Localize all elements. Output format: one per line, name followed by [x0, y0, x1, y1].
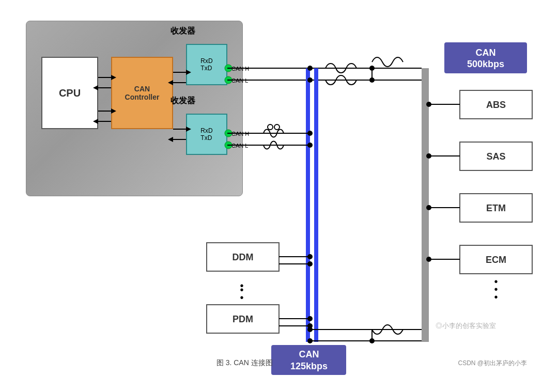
svg-marker-1	[111, 75, 116, 80]
svg-rect-32	[422, 68, 429, 342]
svg-point-37	[307, 131, 313, 136]
svg-point-51	[307, 338, 313, 343]
svg-marker-3	[93, 85, 98, 90]
svg-text:DDM: DDM	[233, 252, 254, 262]
svg-marker-5	[111, 108, 116, 114]
svg-point-33	[307, 66, 313, 71]
svg-marker-7	[93, 119, 98, 124]
caption-right: CSDN @初出茅庐的小李	[458, 359, 527, 368]
svg-point-85	[426, 257, 431, 262]
svg-point-83	[426, 205, 431, 210]
svg-marker-15	[168, 137, 173, 142]
svg-point-34	[307, 77, 313, 83]
caption-title: 图 3. CAN 连接图	[31, 358, 458, 368]
svg-point-62	[307, 261, 313, 266]
caption: 图 3. CAN 连接图 CSDN @初出茅庐的小李	[10, 358, 548, 368]
svg-marker-9	[186, 70, 191, 75]
main-container: CPU CANController 收发器 RxDTxD 收发器 RxDTxD	[0, 0, 558, 392]
svg-text:•: •	[494, 291, 498, 303]
svg-point-79	[426, 102, 431, 107]
svg-point-66	[307, 323, 313, 328]
svg-text:ETM: ETM	[486, 203, 506, 213]
svg-point-28	[268, 124, 273, 130]
svg-rect-31	[314, 68, 318, 342]
svg-text:•: •	[240, 292, 243, 303]
svg-point-43	[369, 77, 375, 83]
svg-text:PDM: PDM	[233, 314, 253, 324]
svg-point-38	[307, 143, 313, 148]
watermark: ◎小李的创客实验室	[436, 321, 496, 331]
svg-text:CAN: CAN	[299, 349, 319, 359]
svg-text:500kbps: 500kbps	[467, 59, 504, 69]
diagram-area: CPU CANController 收发器 RxDTxD 收发器 RxDTxD	[10, 10, 548, 372]
svg-point-64	[307, 316, 313, 321]
svg-point-81	[426, 153, 431, 159]
svg-point-29	[274, 124, 280, 130]
svg-point-60	[307, 254, 313, 259]
svg-marker-13	[186, 127, 191, 132]
svg-text:CAN: CAN	[476, 48, 496, 58]
svg-text:ECM: ECM	[486, 255, 506, 265]
svg-text:ABS: ABS	[486, 100, 506, 110]
svg-text:SAS: SAS	[486, 151, 505, 162]
svg-marker-11	[168, 80, 173, 85]
svg-text:•: •	[240, 280, 243, 291]
svg-rect-30	[306, 68, 310, 342]
